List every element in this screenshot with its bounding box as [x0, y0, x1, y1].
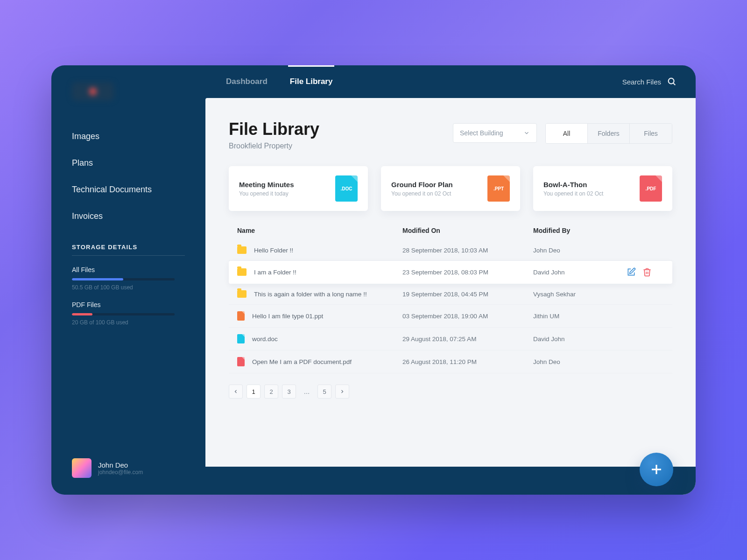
storage-details-title: STORAGE DETAILS [72, 244, 185, 256]
user-email: johndeo@file.com [98, 469, 143, 476]
search-label: Search Files [622, 78, 661, 86]
file-type-badge: .PDF [640, 175, 662, 202]
file-name: word.doc [252, 336, 278, 343]
card-subtitle: You opened it on 02 Oct [391, 190, 453, 197]
filter-files[interactable]: Files [630, 124, 672, 143]
page-next[interactable] [335, 385, 349, 399]
add-button[interactable] [640, 453, 673, 486]
search-button[interactable]: Search Files [622, 77, 677, 87]
recent-cards: Meeting Minutes You opened it today .DOC… [229, 166, 672, 211]
storage-label: All Files [72, 266, 185, 273]
recent-card[interactable]: Ground Floor Plan You opened it on 02 Oc… [381, 166, 520, 211]
filter-all[interactable]: All [546, 124, 588, 143]
file-name: Hello I am file type 01.ppt [252, 313, 323, 320]
storage-meta: 20 GB of 100 GB used [72, 319, 185, 326]
svg-point-0 [669, 78, 674, 84]
storage-block: PDF Files 20 GB of 100 GB used [72, 301, 185, 326]
modified-by: John Deo [533, 247, 627, 254]
folder-icon [237, 290, 247, 298]
file-name: I am a Folder !! [254, 269, 296, 276]
chevron-right-icon [339, 389, 345, 394]
col-modified-on: Modified On [402, 227, 533, 234]
file-name: Hello Folder !! [254, 247, 293, 254]
page-title: File Library [229, 119, 319, 139]
storage-bar [72, 313, 175, 315]
top-tabs: DashboardFile Library [224, 67, 334, 97]
recent-card[interactable]: Meeting Minutes You opened it today .DOC [229, 166, 368, 211]
doc-file-icon [237, 334, 245, 343]
modified-by: Vysagh Sekhar [533, 291, 627, 298]
storage-meta: 50.5 GB of 100 GB used [72, 284, 185, 291]
table-row[interactable]: word.doc 29 August 2018, 07:25 AM David … [229, 328, 672, 350]
pagination: 123…5 [229, 385, 672, 399]
sidebar: ImagesPlansTechnical DocumentsInvoices S… [51, 65, 205, 495]
ppt-file-icon [237, 311, 245, 321]
table-row[interactable]: Open Me I am a PDF document.pdf 26 Augus… [229, 350, 672, 373]
tab-dashboard[interactable]: Dashboard [224, 67, 269, 97]
storage-label: PDF Files [72, 301, 185, 308]
modified-by: John Deo [533, 358, 627, 365]
page-3[interactable]: 3 [282, 385, 296, 399]
card-subtitle: You opened it on 02 Oct [543, 190, 603, 197]
modified-by: Jithin UM [533, 313, 627, 320]
table-row[interactable]: Hello I am file type 01.ppt 03 September… [229, 305, 672, 328]
modified-by: David John [533, 269, 627, 276]
col-modified-by: Modified By [533, 227, 627, 234]
file-table: Hello Folder !! 28 September 2018, 10:03… [229, 240, 672, 373]
recent-card[interactable]: Bowl-A-Thon You opened it on 02 Oct .PDF [533, 166, 672, 211]
tab-file-library[interactable]: File Library [288, 65, 335, 97]
folder-icon [237, 246, 247, 254]
modified-on: 03 September 2018, 19:00 AM [402, 313, 533, 320]
content: File Library Brookfield Property Select … [205, 98, 696, 495]
user-card[interactable]: John Deo johndeo@file.com [72, 458, 185, 478]
col-name: Name [237, 227, 402, 234]
main-column: DashboardFile Library Search Files File … [205, 65, 696, 495]
svg-line-1 [673, 83, 675, 85]
filter-folders[interactable]: Folders [588, 124, 630, 143]
folder-icon [237, 268, 247, 276]
app-logo [72, 82, 114, 101]
chevron-left-icon [233, 389, 239, 394]
avatar [72, 458, 92, 478]
modified-on: 29 August 2018, 07:25 AM [402, 336, 533, 343]
sidebar-item-images[interactable]: Images [72, 123, 185, 150]
storage-block: All Files 50.5 GB of 100 GB used [72, 266, 185, 291]
modified-on: 23 September 2018, 08:03 PM [402, 269, 533, 276]
file-name: This is again a folder with a long name … [254, 291, 367, 298]
topbar: DashboardFile Library Search Files [205, 65, 696, 98]
page-subtitle: Brookfield Property [229, 142, 319, 150]
delete-icon[interactable] [642, 267, 652, 277]
modified-on: 28 September 2018, 10:03 AM [402, 247, 533, 254]
file-type-badge: .PPT [487, 175, 510, 202]
table-row[interactable]: I am a Folder !! 23 September 2018, 08:0… [229, 261, 672, 284]
modified-on: 26 August 2018, 11:20 PM [402, 358, 533, 365]
select-building-dropdown[interactable]: Select Building [453, 123, 537, 143]
user-name: John Deo [98, 461, 143, 469]
table-row[interactable]: This is again a folder with a long name … [229, 284, 672, 305]
select-building-value: Select Building [460, 129, 503, 137]
pdf-file-icon [237, 357, 245, 366]
storage-bar [72, 278, 175, 280]
sidebar-item-plans[interactable]: Plans [72, 150, 185, 176]
page-5[interactable]: 5 [317, 385, 331, 399]
app-window: ImagesPlansTechnical DocumentsInvoices S… [51, 65, 696, 495]
file-type-badge: .DOC [335, 175, 358, 202]
page-prev[interactable] [229, 385, 243, 399]
page-1[interactable]: 1 [247, 385, 261, 399]
content-header: File Library Brookfield Property Select … [229, 119, 672, 150]
filter-segment: AllFoldersFiles [545, 123, 672, 144]
search-icon [667, 77, 677, 87]
table-row[interactable]: Hello Folder !! 28 September 2018, 10:03… [229, 240, 672, 261]
table-header: Name Modified On Modified By [229, 227, 672, 240]
card-title: Ground Floor Plan [391, 181, 453, 189]
plus-icon [649, 462, 663, 476]
edit-icon[interactable] [627, 267, 636, 277]
sidebar-item-invoices[interactable]: Invoices [72, 203, 185, 230]
file-name: Open Me I am a PDF document.pdf [252, 358, 352, 365]
modified-on: 19 September 2018, 04:45 PM [402, 291, 533, 298]
card-title: Bowl-A-Thon [543, 181, 603, 189]
card-title: Meeting Minutes [239, 181, 294, 189]
card-subtitle: You opened it today [239, 190, 294, 197]
page-2[interactable]: 2 [264, 385, 278, 399]
sidebar-item-technical-documents[interactable]: Technical Documents [72, 176, 185, 203]
